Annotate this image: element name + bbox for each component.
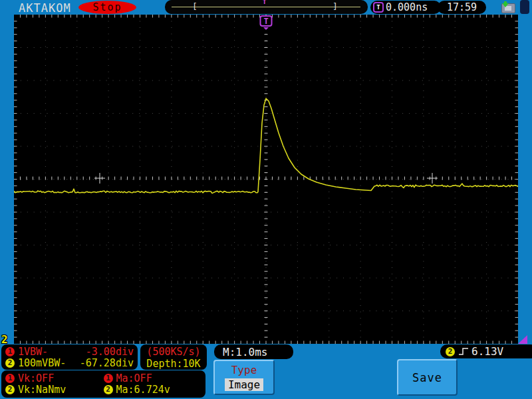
run-state-label: Stop	[92, 1, 122, 13]
ch1-measure-cell: 1 Ma:OFF	[104, 372, 202, 384]
ch1-cursor-value: Vk:OFF	[18, 372, 54, 384]
trigger-level-readout: 2 6.13V	[440, 344, 532, 358]
ch2-badge: 2	[5, 385, 15, 394]
ch2-offset: -67.28div	[80, 357, 134, 369]
ch2-scale: 100mVBW-	[18, 357, 66, 369]
save-button[interactable]: Save	[397, 359, 458, 396]
trigger-position-readout: T 0.000ns	[370, 1, 441, 14]
ch1-scale: 1VBW-	[18, 346, 48, 358]
ch1-badge: 1	[104, 374, 113, 383]
usb-device-icon	[500, 1, 515, 13]
clock-readout: 17:59	[438, 1, 486, 14]
ch2-cursor-cell: 2 Vk:NaNmv	[5, 384, 104, 396]
ch1-offset: -3.00div	[86, 346, 134, 358]
type-selected-value: Image	[225, 378, 263, 391]
save-label: Save	[412, 371, 442, 384]
ch1-scale-row: 1 1VBW- -3.00div	[5, 346, 134, 357]
memory-window-right-bracket: ]	[332, 1, 338, 12]
memory-position-bar: [ ] T	[165, 0, 368, 14]
trigger-source-badge: 2	[446, 347, 455, 356]
ch2-cursor-value: Vk:NaNmv	[18, 384, 66, 396]
rising-edge-icon	[458, 346, 469, 356]
timebase-readout: M:1.0ms	[214, 344, 293, 359]
memory-trigger-marker-icon: T	[263, 0, 266, 5]
svg-text:T: T	[263, 17, 268, 26]
waveform-display: T	[14, 15, 518, 344]
clock-value: 17:59	[447, 1, 477, 13]
ch2-measure-cell: 2 Ma:6.724v	[104, 384, 202, 396]
ch2-measure-value: Ma:6.724v	[116, 384, 170, 396]
trigger-level-offscale-icon	[518, 335, 527, 344]
trigger-icon: T	[373, 2, 384, 13]
status-indicator-icon	[520, 0, 529, 14]
measure-row-1: 1 Vk:OFF 1 Ma:OFF	[5, 372, 201, 384]
measure-row-2: 2 Vk:NaNmv 2 Ma:6.724v	[5, 384, 201, 395]
trigger-level-value: 6.13V	[471, 345, 503, 358]
sample-rate: (500KS/s)	[140, 346, 207, 358]
memory-depth: Depth:10K	[140, 358, 207, 370]
ch2-badge: 2	[104, 385, 113, 394]
graticule-and-trace: T	[14, 15, 518, 344]
acquisition-readout: (500KS/s) Depth:10K	[140, 344, 207, 370]
ch1-badge: 1	[5, 347, 15, 356]
ch1-badge: 1	[5, 374, 15, 383]
run-state-badge: Stop	[78, 1, 136, 14]
ch1-cursor-cell: 1 Vk:OFF	[5, 372, 104, 384]
ch2-scale-row: 2 100mVBW- -67.28div	[5, 357, 134, 368]
oscilloscope-screen: AKTAKOM Stop [ ] T T 0.000ns 17:59 T 2 1…	[0, 0, 532, 399]
trigger-position-value: 0.000ns	[386, 1, 428, 13]
timebase-value: M:1.0ms	[223, 346, 267, 358]
channel-scale-readout: 1 1VBW- -3.00div 2 100mVBW- -67.28div	[1, 344, 138, 370]
brand-logo: AKTAKOM	[19, 1, 71, 15]
measurement-readout: 1 Vk:OFF 1 Ma:OFF 2 Vk:NaNmv 2 Ma:6.724v	[1, 370, 205, 398]
ch2-badge: 2	[5, 358, 15, 368]
type-label: Type	[231, 364, 257, 376]
memory-window-left-bracket: [	[192, 1, 198, 12]
type-menu-button[interactable]: Type Image	[213, 360, 275, 395]
ch1-measure-value: Ma:OFF	[116, 372, 152, 384]
